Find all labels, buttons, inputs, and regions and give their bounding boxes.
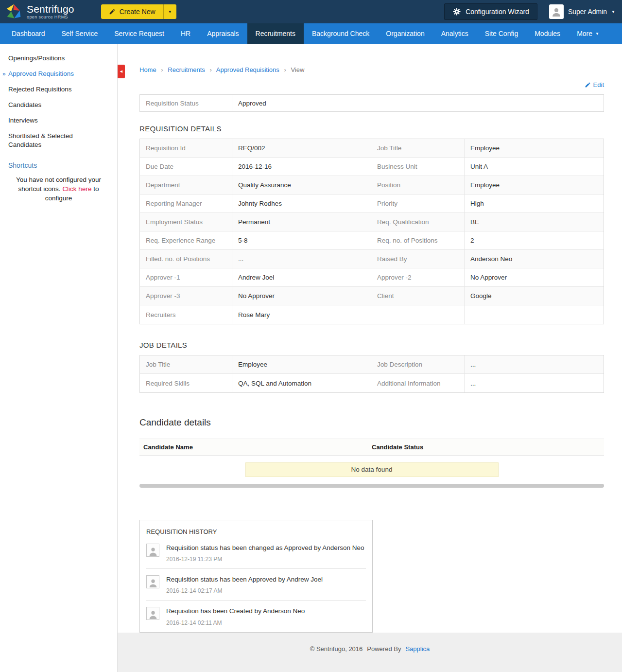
field-label: Job Description (371, 355, 465, 373)
field-value: 5-8 (232, 231, 371, 249)
powered-by-text: Powered By (367, 645, 401, 672)
main-nav: Dashboard Self Service Service Request H… (0, 23, 622, 44)
breadcrumb-approved-requisitions[interactable]: Approved Requisitions (216, 66, 279, 73)
sidebar-item-interviews[interactable]: Interviews (0, 113, 117, 128)
history-item: Requisition status has been changed as A… (146, 537, 366, 569)
nav-item-self-service[interactable]: Self Service (53, 23, 106, 44)
sidebar-item-candidates[interactable]: Candidates (0, 97, 117, 113)
configuration-wizard-label: Configuration Wizard (466, 8, 529, 16)
brand-text: Sentrifugo open source HRMS (27, 4, 74, 19)
nav-item-modules[interactable]: Modules (526, 23, 569, 44)
nav-item-recruitments[interactable]: Recruitments (247, 23, 304, 44)
sentrifugo-logo-icon (5, 3, 23, 21)
app-header: Sentrifugo open source HRMS Create New ▼ (0, 0, 622, 23)
table-row: Job Title Employee Job Description ... (140, 355, 604, 374)
nav-label: More (577, 30, 592, 37)
history-text: Requisition has been Created by Anderson… (166, 607, 366, 616)
breadcrumb-home[interactable]: Home (139, 66, 156, 73)
horizontal-scrollbar[interactable] (139, 484, 604, 488)
nav-label: Background Check (312, 30, 369, 37)
field-label: Business Unit (371, 158, 465, 176)
nav-label: Service Request (114, 30, 164, 37)
create-new-label: Create New (120, 8, 156, 16)
field-label: Filled. no. of Positions (140, 250, 232, 268)
table-row: Required Skills QA, SQL and Automation A… (140, 374, 604, 392)
create-new-button[interactable]: Create New ▼ (101, 4, 176, 19)
field-value: Rose Mary (232, 305, 371, 324)
pencil-icon (585, 82, 591, 88)
sidebar-item-label: Approved Requisitions (8, 70, 74, 77)
field-label: Requisition Status (140, 95, 232, 111)
create-new-dropdown[interactable]: ▼ (163, 4, 176, 19)
history-text: Requisition status has been changed as A… (166, 544, 366, 552)
table-row: Recruiters Rose Mary (140, 305, 604, 324)
nav-item-service-request[interactable]: Service Request (106, 23, 173, 44)
field-label: Raised By (371, 250, 465, 268)
configuration-wizard-button[interactable]: Configuration Wizard (444, 3, 537, 20)
field-label: Employment Status (140, 213, 232, 231)
sidebar-item-label: Openings/Positions (8, 54, 65, 62)
field-value: ... (465, 355, 604, 373)
table-row: Employment Status Permanent Req. Qualifi… (140, 213, 604, 231)
user-menu[interactable]: Super Admin ▼ (549, 4, 615, 19)
field-value: Google (465, 287, 604, 305)
configure-shortcuts-link[interactable]: Click here (62, 185, 91, 193)
field-label: Priority (371, 195, 465, 212)
nav-item-dashboard[interactable]: Dashboard (3, 23, 53, 44)
avatar-icon (146, 607, 159, 620)
nav-item-organization[interactable]: Organization (378, 23, 432, 44)
breadcrumb-separator: › (161, 66, 163, 73)
no-data-message: No data found (245, 462, 499, 477)
sidebar-item-label: Rejected Requisitions (8, 86, 72, 93)
nav-label: Analytics (441, 30, 468, 37)
sidebar-item-approved-requisitions[interactable]: » Approved Requisitions (0, 66, 117, 82)
field-label: Position (371, 176, 465, 194)
table-row: Requisition Status Approved (140, 95, 604, 111)
nav-label: Self Service (62, 30, 98, 37)
nav-item-site-config[interactable]: Site Config (477, 23, 526, 44)
field-value: 2 (465, 231, 604, 249)
chevron-down-icon: ▼ (611, 10, 615, 14)
main-area: ◀ Home › Recruitments › Approved Requisi… (118, 44, 622, 672)
nav-item-background-check[interactable]: Background Check (304, 23, 378, 44)
brand-tagline: open source HRMS (27, 15, 74, 19)
edit-button[interactable]: Edit (585, 81, 604, 88)
page-footer: © Sentrifugo, 2016 Powered By Sapplica (118, 633, 622, 672)
breadcrumb-recruitments[interactable]: Recruitments (168, 66, 205, 73)
breadcrumb-separator: › (284, 66, 286, 73)
nav-item-analytics[interactable]: Analytics (433, 23, 477, 44)
sidebar-item-shortlisted-selected[interactable]: Shortlisted & Selected Candidates (0, 128, 90, 153)
table-row: Requisition Id REQ/002 Job Title Employe… (140, 139, 604, 158)
field-value: Andrew Joel (232, 268, 371, 286)
table-row: Req. Experience Range 5-8 Req. no. of Po… (140, 231, 604, 250)
requisition-details-heading: REQUISITION DETAILS (139, 124, 604, 133)
table-row: Filled. no. of Positions ... Raised By A… (140, 250, 604, 268)
shortcuts-note: You have not configured your shortcut ic… (0, 175, 117, 203)
breadcrumb: Home › Recruitments › Approved Requisiti… (139, 66, 604, 73)
nav-item-more[interactable]: More ▼ (569, 23, 607, 44)
requisition-history-panel: REQUISITION HISTORY Requisition status h… (139, 520, 373, 633)
history-timestamp: 2016-12-14 02:17 AM (166, 587, 366, 594)
sidebar-item-openings-positions[interactable]: Openings/Positions (0, 51, 117, 66)
shortcuts-heading: Shortcuts (0, 161, 117, 169)
sapplica-link[interactable]: Sapplica (405, 645, 430, 672)
avatar-icon (146, 544, 159, 557)
field-value: BE (465, 213, 604, 231)
candidate-table: Candidate Name Candidate Status No data … (139, 439, 604, 488)
field-label: Approver -1 (140, 268, 232, 286)
field-value: Approved (232, 95, 371, 111)
logo[interactable]: Sentrifugo open source HRMS (5, 3, 74, 21)
candidate-table-header: Candidate Name Candidate Status (139, 439, 604, 456)
sidebar-collapse-button[interactable]: ◀ (118, 65, 125, 78)
sidebar-item-rejected-requisitions[interactable]: Rejected Requisitions (0, 82, 117, 97)
field-empty (371, 95, 604, 111)
nav-item-hr[interactable]: HR (173, 23, 199, 44)
requisition-status-table: Requisition Status Approved (139, 94, 604, 112)
nav-item-appraisals[interactable]: Appraisals (199, 23, 247, 44)
edit-label: Edit (593, 81, 604, 88)
field-value: No Approver (465, 268, 604, 286)
field-label: Approver -3 (140, 287, 232, 305)
brand-name: Sentrifugo (27, 4, 74, 14)
field-label: Approver -2 (371, 268, 465, 286)
field-value: Permanent (232, 213, 371, 231)
